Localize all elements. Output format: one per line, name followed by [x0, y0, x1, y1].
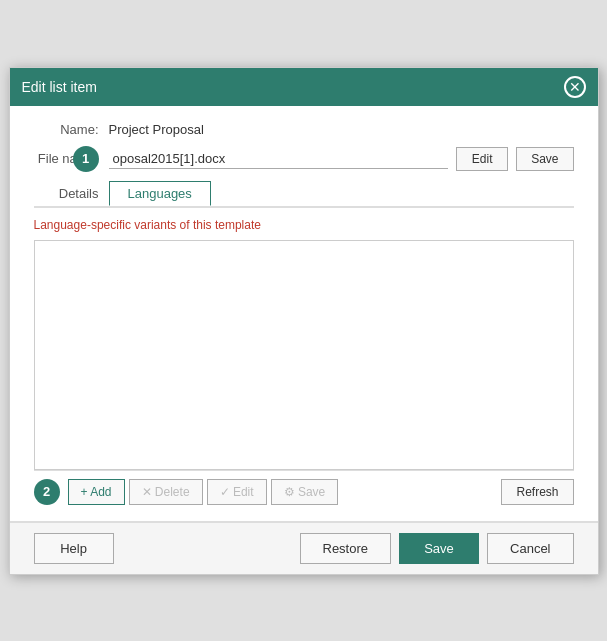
name-label: Name:	[34, 122, 109, 137]
help-button[interactable]: Help	[34, 533, 114, 564]
divider	[34, 207, 574, 208]
footer-save-button[interactable]: Save	[399, 533, 479, 564]
edit-button[interactable]: ✓ Edit	[207, 479, 267, 505]
save-button[interactable]: ⚙ Save	[271, 479, 339, 505]
name-value: Project Proposal	[109, 122, 204, 137]
name-row: Name: Project Proposal	[34, 122, 574, 137]
refresh-button[interactable]: Refresh	[501, 479, 573, 505]
filename-edit-button[interactable]: Edit	[456, 147, 508, 171]
add-button[interactable]: + Add	[68, 479, 125, 505]
cancel-button[interactable]: Cancel	[487, 533, 573, 564]
dialog-footer: Help Restore Save Cancel	[10, 521, 598, 574]
toolbar-bottom: 2 + Add ✕ Delete ✓ Edit ⚙ Save Refresh	[34, 470, 574, 509]
tab-languages[interactable]: Languages	[109, 181, 211, 206]
tabs-row: Details Languages	[34, 181, 574, 207]
section-label: Language-specific variants of this templ…	[34, 218, 574, 232]
dialog-body: Name: Project Proposal File name: 1 opos…	[10, 106, 598, 521]
dialog-titlebar: Edit list item ✕	[10, 68, 598, 106]
filename-input-wrap: 1 oposal2015[1].docx Edit Save	[109, 147, 574, 171]
dialog-title: Edit list item	[22, 79, 97, 95]
edit-list-item-dialog: Edit list item ✕ Name: Project Proposal …	[9, 67, 599, 575]
badge-2: 2	[34, 479, 60, 505]
delete-button[interactable]: ✕ Delete	[129, 479, 203, 505]
details-tab-label: Details	[34, 186, 109, 201]
filename-save-button[interactable]: Save	[516, 147, 573, 171]
filename-value: oposal2015[1].docx	[109, 149, 449, 169]
filename-row: File name: 1 oposal2015[1].docx Edit Sav…	[34, 147, 574, 171]
badge-1: 1	[73, 146, 99, 172]
language-list-area	[34, 240, 574, 470]
close-button[interactable]: ✕	[564, 76, 586, 98]
restore-button[interactable]: Restore	[300, 533, 392, 564]
